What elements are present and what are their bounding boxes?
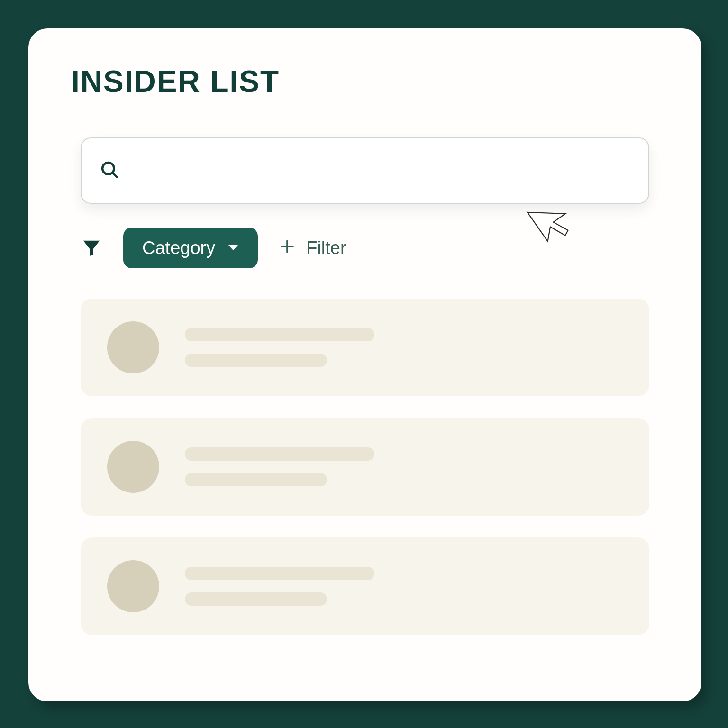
skeleton-line xyxy=(185,592,327,606)
skeleton-line xyxy=(185,447,374,461)
svg-line-1 xyxy=(113,173,117,177)
category-chip-label: Category xyxy=(142,239,215,257)
skeleton-lines xyxy=(185,567,374,606)
skeleton-line xyxy=(185,328,374,341)
search-input[interactable] xyxy=(131,162,630,180)
list-item[interactable] xyxy=(81,418,649,516)
avatar xyxy=(107,441,159,493)
page-title: INSIDER LIST xyxy=(71,64,280,99)
skeleton-line xyxy=(185,473,327,486)
skeleton-lines xyxy=(185,328,374,367)
results-list xyxy=(81,299,649,635)
panel-card: INSIDER LIST Category xyxy=(28,28,701,701)
search-field[interactable] xyxy=(81,137,649,204)
filter-row: Category Filter xyxy=(81,228,346,268)
avatar xyxy=(107,560,159,612)
skeleton-line xyxy=(185,354,327,367)
skeleton-line xyxy=(185,567,374,580)
add-filter-label: Filter xyxy=(306,238,346,258)
plus-icon xyxy=(279,238,296,258)
category-filter-chip[interactable]: Category xyxy=(123,228,258,268)
skeleton-lines xyxy=(185,447,374,486)
funnel-icon[interactable] xyxy=(81,237,102,259)
avatar xyxy=(107,321,159,373)
list-item[interactable] xyxy=(81,299,649,396)
search-icon xyxy=(100,160,119,182)
add-filter-button[interactable]: Filter xyxy=(279,238,346,258)
list-item[interactable] xyxy=(81,537,649,635)
chevron-down-icon xyxy=(228,244,239,252)
